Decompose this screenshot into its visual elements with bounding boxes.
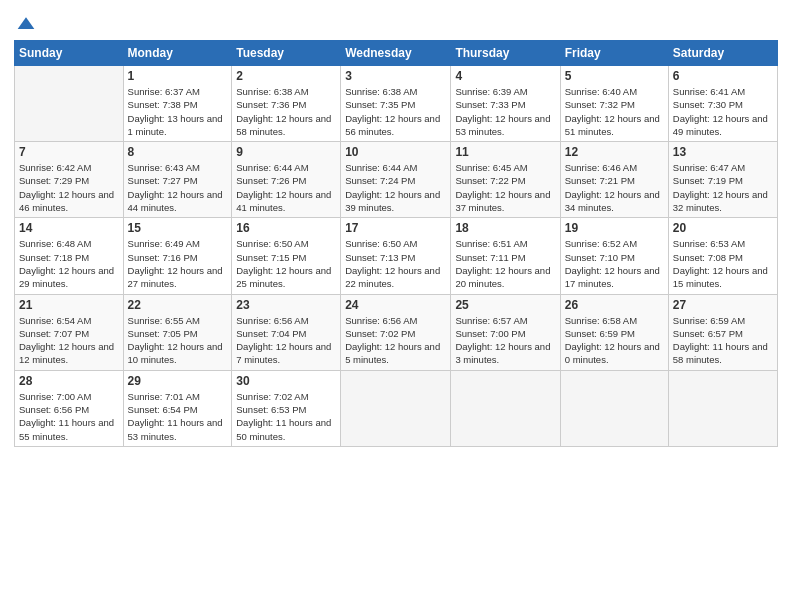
day-cell: 26Sunrise: 6:58 AMSunset: 6:59 PMDayligh… <box>560 294 668 370</box>
day-info: Sunrise: 6:49 AMSunset: 7:16 PMDaylight:… <box>128 237 228 290</box>
day-cell: 29Sunrise: 7:01 AMSunset: 6:54 PMDayligh… <box>123 370 232 446</box>
day-cell: 4Sunrise: 6:39 AMSunset: 7:33 PMDaylight… <box>451 66 560 142</box>
week-row-2: 14Sunrise: 6:48 AMSunset: 7:18 PMDayligh… <box>15 218 778 294</box>
day-number: 18 <box>455 221 555 235</box>
main-container: SundayMondayTuesdayWednesdayThursdayFrid… <box>0 0 792 457</box>
weekday-header-friday: Friday <box>560 41 668 66</box>
day-number: 11 <box>455 145 555 159</box>
day-cell: 16Sunrise: 6:50 AMSunset: 7:15 PMDayligh… <box>232 218 341 294</box>
day-number: 21 <box>19 298 119 312</box>
day-number: 2 <box>236 69 336 83</box>
day-number: 22 <box>128 298 228 312</box>
day-number: 7 <box>19 145 119 159</box>
day-info: Sunrise: 6:58 AMSunset: 6:59 PMDaylight:… <box>565 314 664 367</box>
day-number: 17 <box>345 221 446 235</box>
day-number: 30 <box>236 374 336 388</box>
day-info: Sunrise: 6:44 AMSunset: 7:26 PMDaylight:… <box>236 161 336 214</box>
weekday-header-monday: Monday <box>123 41 232 66</box>
day-cell: 24Sunrise: 6:56 AMSunset: 7:02 PMDayligh… <box>341 294 451 370</box>
day-info: Sunrise: 6:43 AMSunset: 7:27 PMDaylight:… <box>128 161 228 214</box>
day-cell <box>15 66 124 142</box>
week-row-4: 28Sunrise: 7:00 AMSunset: 6:56 PMDayligh… <box>15 370 778 446</box>
day-info: Sunrise: 6:56 AMSunset: 7:04 PMDaylight:… <box>236 314 336 367</box>
day-info: Sunrise: 6:47 AMSunset: 7:19 PMDaylight:… <box>673 161 773 214</box>
day-number: 1 <box>128 69 228 83</box>
day-info: Sunrise: 6:59 AMSunset: 6:57 PMDaylight:… <box>673 314 773 367</box>
day-cell: 9Sunrise: 6:44 AMSunset: 7:26 PMDaylight… <box>232 142 341 218</box>
day-cell: 7Sunrise: 6:42 AMSunset: 7:29 PMDaylight… <box>15 142 124 218</box>
day-info: Sunrise: 6:38 AMSunset: 7:35 PMDaylight:… <box>345 85 446 138</box>
day-cell: 15Sunrise: 6:49 AMSunset: 7:16 PMDayligh… <box>123 218 232 294</box>
day-info: Sunrise: 6:40 AMSunset: 7:32 PMDaylight:… <box>565 85 664 138</box>
day-number: 24 <box>345 298 446 312</box>
day-info: Sunrise: 7:00 AMSunset: 6:56 PMDaylight:… <box>19 390 119 443</box>
header <box>14 10 778 34</box>
day-info: Sunrise: 6:50 AMSunset: 7:13 PMDaylight:… <box>345 237 446 290</box>
weekday-header-sunday: Sunday <box>15 41 124 66</box>
day-number: 4 <box>455 69 555 83</box>
day-number: 25 <box>455 298 555 312</box>
day-cell <box>668 370 777 446</box>
day-cell: 19Sunrise: 6:52 AMSunset: 7:10 PMDayligh… <box>560 218 668 294</box>
day-cell: 12Sunrise: 6:46 AMSunset: 7:21 PMDayligh… <box>560 142 668 218</box>
day-info: Sunrise: 6:41 AMSunset: 7:30 PMDaylight:… <box>673 85 773 138</box>
day-cell: 3Sunrise: 6:38 AMSunset: 7:35 PMDaylight… <box>341 66 451 142</box>
day-info: Sunrise: 6:52 AMSunset: 7:10 PMDaylight:… <box>565 237 664 290</box>
day-info: Sunrise: 6:55 AMSunset: 7:05 PMDaylight:… <box>128 314 228 367</box>
day-info: Sunrise: 6:37 AMSunset: 7:38 PMDaylight:… <box>128 85 228 138</box>
weekday-header-thursday: Thursday <box>451 41 560 66</box>
weekday-header-saturday: Saturday <box>668 41 777 66</box>
day-cell: 25Sunrise: 6:57 AMSunset: 7:00 PMDayligh… <box>451 294 560 370</box>
day-info: Sunrise: 6:51 AMSunset: 7:11 PMDaylight:… <box>455 237 555 290</box>
calendar-table: SundayMondayTuesdayWednesdayThursdayFrid… <box>14 40 778 447</box>
day-info: Sunrise: 6:56 AMSunset: 7:02 PMDaylight:… <box>345 314 446 367</box>
weekday-header-tuesday: Tuesday <box>232 41 341 66</box>
day-number: 9 <box>236 145 336 159</box>
svg-marker-0 <box>18 17 35 29</box>
day-cell: 22Sunrise: 6:55 AMSunset: 7:05 PMDayligh… <box>123 294 232 370</box>
day-number: 13 <box>673 145 773 159</box>
day-info: Sunrise: 7:01 AMSunset: 6:54 PMDaylight:… <box>128 390 228 443</box>
day-cell: 1Sunrise: 6:37 AMSunset: 7:38 PMDaylight… <box>123 66 232 142</box>
day-info: Sunrise: 6:53 AMSunset: 7:08 PMDaylight:… <box>673 237 773 290</box>
day-info: Sunrise: 6:38 AMSunset: 7:36 PMDaylight:… <box>236 85 336 138</box>
day-cell: 11Sunrise: 6:45 AMSunset: 7:22 PMDayligh… <box>451 142 560 218</box>
day-cell: 2Sunrise: 6:38 AMSunset: 7:36 PMDaylight… <box>232 66 341 142</box>
day-number: 16 <box>236 221 336 235</box>
week-row-1: 7Sunrise: 6:42 AMSunset: 7:29 PMDaylight… <box>15 142 778 218</box>
day-info: Sunrise: 6:48 AMSunset: 7:18 PMDaylight:… <box>19 237 119 290</box>
day-number: 6 <box>673 69 773 83</box>
day-number: 3 <box>345 69 446 83</box>
day-info: Sunrise: 6:57 AMSunset: 7:00 PMDaylight:… <box>455 314 555 367</box>
day-info: Sunrise: 6:42 AMSunset: 7:29 PMDaylight:… <box>19 161 119 214</box>
day-info: Sunrise: 6:44 AMSunset: 7:24 PMDaylight:… <box>345 161 446 214</box>
day-number: 14 <box>19 221 119 235</box>
logo-icon <box>16 14 36 34</box>
day-cell: 14Sunrise: 6:48 AMSunset: 7:18 PMDayligh… <box>15 218 124 294</box>
day-info: Sunrise: 6:45 AMSunset: 7:22 PMDaylight:… <box>455 161 555 214</box>
day-number: 26 <box>565 298 664 312</box>
day-cell: 8Sunrise: 6:43 AMSunset: 7:27 PMDaylight… <box>123 142 232 218</box>
day-cell: 5Sunrise: 6:40 AMSunset: 7:32 PMDaylight… <box>560 66 668 142</box>
day-cell: 27Sunrise: 6:59 AMSunset: 6:57 PMDayligh… <box>668 294 777 370</box>
day-cell: 18Sunrise: 6:51 AMSunset: 7:11 PMDayligh… <box>451 218 560 294</box>
logo <box>14 14 36 34</box>
day-info: Sunrise: 6:46 AMSunset: 7:21 PMDaylight:… <box>565 161 664 214</box>
day-number: 19 <box>565 221 664 235</box>
day-number: 5 <box>565 69 664 83</box>
week-row-0: 1Sunrise: 6:37 AMSunset: 7:38 PMDaylight… <box>15 66 778 142</box>
day-number: 27 <box>673 298 773 312</box>
day-info: Sunrise: 6:39 AMSunset: 7:33 PMDaylight:… <box>455 85 555 138</box>
day-number: 23 <box>236 298 336 312</box>
day-number: 8 <box>128 145 228 159</box>
day-number: 10 <box>345 145 446 159</box>
day-cell <box>341 370 451 446</box>
day-cell: 21Sunrise: 6:54 AMSunset: 7:07 PMDayligh… <box>15 294 124 370</box>
day-number: 15 <box>128 221 228 235</box>
day-cell <box>451 370 560 446</box>
weekday-header-row: SundayMondayTuesdayWednesdayThursdayFrid… <box>15 41 778 66</box>
day-cell: 23Sunrise: 6:56 AMSunset: 7:04 PMDayligh… <box>232 294 341 370</box>
day-info: Sunrise: 7:02 AMSunset: 6:53 PMDaylight:… <box>236 390 336 443</box>
day-number: 28 <box>19 374 119 388</box>
day-number: 20 <box>673 221 773 235</box>
